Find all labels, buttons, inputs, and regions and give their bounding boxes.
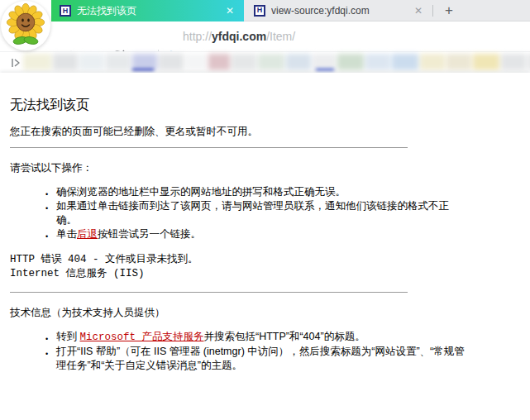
microsoft-support-link[interactable]: Microsoft 产品支持服务 bbox=[79, 332, 203, 343]
tab-error-page[interactable]: H 无法找到该页 ✕ bbox=[51, 0, 244, 21]
divider bbox=[10, 292, 408, 293]
tech-text: 打开“IIS 帮助”（可在 IIS 管理器 (inetmgr) 中访问），然后搜… bbox=[56, 346, 465, 371]
bookmark-item[interactable] bbox=[79, 54, 104, 70]
url-host: yfdqi.com bbox=[212, 30, 266, 43]
tech-item: 转到 Microsoft 产品支持服务并搜索包括“HTTP”和“404”的标题。 bbox=[56, 330, 467, 345]
tech-item: 打开“IIS 帮助”（可在 IIS 管理器 (inetmgr) 中访问），然后搜… bbox=[56, 345, 467, 373]
tech-text: 转到 bbox=[56, 331, 79, 342]
divider bbox=[10, 147, 408, 148]
http-status-line: HTTP 错误 404 - 文件或目录未找到。 bbox=[10, 253, 520, 267]
suggestion-text: 确保浏览器的地址栏中显示的网站地址的拼写和格式正确无误。 bbox=[56, 186, 346, 198]
suggestion-item: 单击后退按钮尝试另一个链接。 bbox=[56, 227, 467, 241]
tab-strip: H 无法找到该页 ✕ H view-source:yfdqi.com ✕ + bbox=[0, 0, 530, 21]
bookmark-item[interactable] bbox=[159, 54, 184, 70]
bookmark-item[interactable] bbox=[392, 54, 418, 70]
bookmark-item[interactable] bbox=[53, 54, 78, 70]
avatar[interactable] bbox=[1, 1, 50, 50]
bookmark-underline-smear bbox=[132, 69, 154, 71]
tech-list: 转到 Microsoft 产品支持服务并搜索包括“HTTP”和“404”的标题。… bbox=[10, 330, 467, 373]
url-path: /Item/ bbox=[266, 30, 295, 43]
tab-strip-right: H view-source:yfdqi.com ✕ + bbox=[244, 0, 530, 21]
bookmark-underline-smear bbox=[316, 69, 334, 71]
navigation-bar: http://yfdqi.com/Item/ bbox=[0, 21, 530, 51]
browser-window: H 无法找到该页 ✕ H view-source:yfdqi.com ✕ + bbox=[0, 0, 530, 420]
suggestion-item: 如果通过单击链接而到达了该网页，请与网站管理员联系，通知他们该链接的格式不正确。 bbox=[56, 199, 467, 227]
tab-title: 无法找到该页 bbox=[77, 4, 209, 18]
sunflower-icon bbox=[1, 1, 50, 50]
bookmark-item[interactable] bbox=[420, 54, 445, 70]
tab-favicon: H bbox=[254, 5, 265, 17]
error-subtitle: 您正在搜索的页面可能已经删除、更名或暂时不可用。 bbox=[10, 125, 520, 139]
tech-text: 并搜索包括“HTTP”和“404”的标题。 bbox=[204, 331, 365, 342]
new-tab-button[interactable]: + bbox=[433, 1, 465, 21]
bookmark-item[interactable] bbox=[23, 54, 51, 70]
bookmarks-bar bbox=[0, 51, 530, 74]
page-title: 无法找到该页 bbox=[10, 97, 520, 114]
bookmark-item[interactable] bbox=[446, 54, 471, 70]
bookmark-item[interactable] bbox=[365, 54, 390, 70]
tab-favicon: H bbox=[60, 5, 71, 17]
suggestion-list: 确保浏览器的地址栏中显示的网站地址的拼写和格式正确无误。 如果通过单击链接而到达… bbox=[10, 185, 467, 241]
address-bar[interactable]: http://yfdqi.com/Item/ bbox=[183, 21, 295, 51]
bookmark-item[interactable] bbox=[232, 54, 256, 70]
blurred-bookmark-items[interactable] bbox=[23, 54, 530, 72]
bookmark-item[interactable] bbox=[258, 54, 284, 70]
tab-view-source[interactable]: H view-source:yfdqi.com ✕ bbox=[244, 0, 432, 21]
bookmark-item[interactable] bbox=[286, 54, 311, 70]
bookmark-item[interactable] bbox=[185, 54, 207, 70]
bookmark-item[interactable] bbox=[337, 54, 364, 70]
tech-heading: 技术信息（为技术支持人员提供） bbox=[10, 306, 520, 320]
bookmark-item[interactable] bbox=[106, 54, 131, 70]
close-icon[interactable]: ✕ bbox=[414, 6, 423, 16]
bookmark-item[interactable] bbox=[208, 54, 230, 70]
suggestion-text: 按钮尝试另一个链接。 bbox=[98, 228, 201, 240]
error-page: 无法找到该页 您正在搜索的页面可能已经删除、更名或暂时不可用。 请尝试以下操作：… bbox=[0, 73, 530, 420]
bookmark-item[interactable] bbox=[313, 54, 336, 70]
bookmark-item[interactable] bbox=[473, 54, 499, 70]
suggestion-text: 单击 bbox=[56, 228, 77, 240]
bookmark-item[interactable] bbox=[132, 54, 157, 70]
server-line: Internet 信息服务 (IIS) bbox=[10, 267, 520, 281]
tab-title: view-source:yfdqi.com bbox=[271, 5, 387, 17]
close-icon[interactable]: ✕ bbox=[226, 6, 234, 16]
url-protocol: http:// bbox=[183, 30, 212, 43]
bookmarks-collapse-icon[interactable] bbox=[8, 55, 23, 70]
suggestion-text: 如果通过单击链接而到达了该网页，请与网站管理员联系，通知他们该链接的格式不正确。 bbox=[56, 200, 449, 226]
back-link[interactable]: 后退 bbox=[77, 228, 98, 240]
suggestion-item: 确保浏览器的地址栏中显示的网站地址的拼写和格式正确无误。 bbox=[56, 185, 467, 199]
bookmark-item[interactable] bbox=[501, 54, 526, 70]
attempts-heading: 请尝试以下操作： bbox=[10, 161, 520, 175]
